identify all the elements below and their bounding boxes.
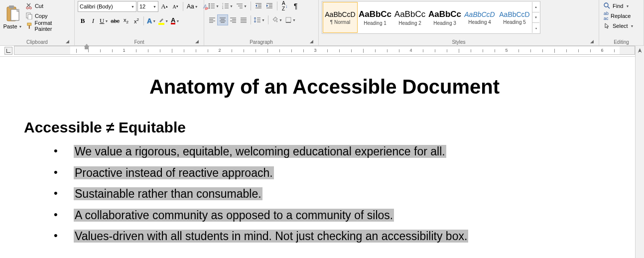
scissors-icon [26,2,33,9]
bullets-icon [208,2,215,9]
chevron-down-icon: ▼ [105,19,108,23]
chevron-down-icon: ▼ [152,19,156,23]
font-dialog-launcher[interactable]: ◢ [194,38,200,44]
collapse-ribbon-button[interactable]: ⋀ [636,47,643,54]
shrink-font-button[interactable]: A▾ [170,1,180,11]
strikethrough-button[interactable]: abc [110,16,121,26]
numbering-button[interactable]: 123▼ [221,1,234,11]
bullets-button[interactable]: ▼ [207,1,220,11]
align-left-button[interactable] [207,15,217,25]
justify-button[interactable] [239,15,249,25]
separator [251,1,251,10]
gallery-scroll-down[interactable]: ▼ [532,12,539,22]
group-styles: AaBbCcD¶ NormalAaBbCcHeading 1AaBbCcHead… [319,0,599,45]
sort-button[interactable]: AZ↓ [280,1,290,11]
style-tile-heading-4[interactable]: AaBbCcDHeading 4 [462,2,497,33]
shading-button[interactable]: ▼ [270,15,283,25]
paintbrush-icon [26,22,33,29]
decrease-indent-button[interactable] [254,1,263,11]
multilevel-list-button[interactable]: ▼ [235,1,248,11]
format-painter-button[interactable]: Format Painter [24,21,71,31]
list-item[interactable]: Sustainable rather than consumable. [54,183,635,205]
highlight-button[interactable]: ▼ [157,16,169,26]
style-tile-heading-2[interactable]: AaBbCcHeading 2 [392,2,427,33]
tab-selector[interactable] [4,47,12,55]
paragraph-dialog-launcher[interactable]: ◢ [308,38,314,44]
bold-button[interactable]: B [78,16,88,26]
font-size-value: 12 [139,3,145,9]
increase-indent-button[interactable] [264,1,274,11]
select-button[interactable]: Select▼ [602,21,636,31]
copy-icon [26,12,33,19]
replace-button[interactable]: abacReplace [602,11,632,21]
chevron-down-icon: ▼ [151,5,156,8]
document-title[interactable]: Anatomy of an Accessible Document [14,57,635,103]
svg-point-12 [209,7,210,9]
borders-button[interactable]: ▼ [284,15,297,25]
show-paragraph-marks-button[interactable]: ¶ [291,1,301,11]
svg-rect-52 [286,17,291,22]
list-item[interactable]: A collaborative community as opposed to … [54,205,635,226]
chevron-down-icon: ▼ [129,5,134,8]
align-right-button[interactable] [228,15,238,25]
gallery-scroll-up[interactable]: ▲ [532,2,539,12]
cut-button[interactable]: Cut [24,1,71,11]
superscript-button[interactable]: x2 [131,16,141,26]
style-tile-heading-1[interactable]: AaBbCcHeading 1 [358,2,392,33]
style-tile-heading-3[interactable]: AaBbCcHeading 3 [427,2,462,33]
paragraph-group-label: Paragraph [250,39,273,45]
list-item[interactable]: Values-driven with all students in mind.… [54,226,635,247]
align-center-icon [219,16,226,23]
chevron-down-icon: ▼ [216,4,219,8]
svg-text:3: 3 [222,7,224,9]
subscript-button[interactable]: x2 [121,16,131,26]
underline-button[interactable]: U▼ [99,16,109,26]
font-group-label: Font [134,39,144,45]
font-size-combo[interactable]: 12▼ [137,1,158,12]
font-name-combo[interactable]: Calibri (Body)▼ [78,1,136,12]
cursor-icon [604,22,611,29]
paste-button[interactable]: Paste▼ [3,1,22,34]
svg-point-10 [209,3,210,5]
document-bullet-list[interactable]: We value a rigorous, equitable, welcomin… [14,138,635,247]
document-area[interactable]: Anatomy of an Accessible Document Access… [0,57,635,258]
ruler-number: 3 [314,48,316,53]
align-right-icon [230,16,237,23]
italic-button[interactable]: I [88,16,98,26]
change-case-button[interactable]: Aa▼ [186,1,199,11]
chevron-down-icon: ▼ [279,18,282,22]
paste-label: Paste [3,23,17,29]
text-effects-button[interactable]: A▼ [146,16,157,26]
align-center-button[interactable] [218,15,228,25]
separator [251,15,251,24]
horizontal-ruler[interactable]: 123456 [0,46,644,57]
list-item[interactable]: We value a rigorous, equitable, welcomin… [54,141,635,162]
clipboard-dialog-launcher[interactable]: ◢ [64,38,70,44]
group-font: Calibri (Body)▼ 12▼ A▴ A▾ Aa▼ A B I U▼ a… [75,0,204,45]
style-tile--normal[interactable]: AaBbCcD¶ Normal [323,2,358,33]
list-item[interactable]: Proactive instead of reactive approach. [54,162,635,184]
vertical-scrollbar[interactable]: ▲ [635,46,644,258]
chevron-down-icon: ▼ [626,4,629,8]
format-painter-label: Format Painter [34,20,70,32]
grow-font-button[interactable]: A▴ [159,1,169,11]
clipboard-icon [5,5,20,22]
line-spacing-button[interactable]: ▼ [253,15,266,25]
gallery-expand[interactable]: ▾ [532,22,539,33]
font-color-button[interactable]: A▼ [170,16,180,26]
copy-label: Copy [35,13,48,19]
group-paragraph: ▼ 123▼ ▼ AZ↓ ¶ ▼ ▼ ▼ Par [204,0,319,45]
separator [143,16,144,25]
replace-icon: abac [604,11,609,21]
ruler-number: 2 [218,48,221,53]
find-button[interactable]: Find▼ [602,1,631,11]
styles-group-label: Styles [452,39,465,45]
line-spacing-icon [254,16,261,23]
document-heading[interactable]: Accessible ≠ Equitable [14,103,635,138]
cut-label: Cut [35,3,43,9]
style-tile-heading-5[interactable]: AaBbCcDHeading 5 [497,2,532,33]
copy-button[interactable]: Copy [24,11,71,21]
styles-gallery[interactable]: AaBbCcD¶ NormalAaBbCcHeading 1AaBbCcHead… [322,1,540,34]
svg-point-4 [29,7,31,9]
styles-dialog-launcher[interactable]: ◢ [589,38,595,44]
